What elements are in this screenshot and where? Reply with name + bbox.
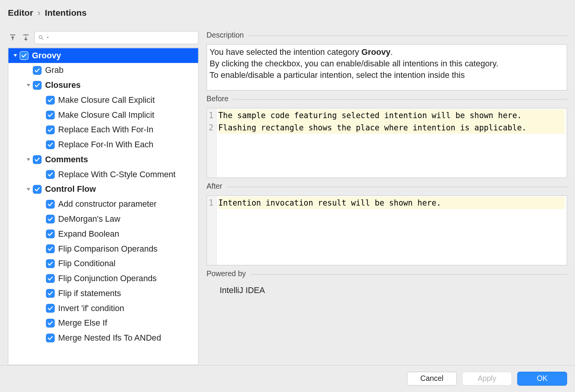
checkbox[interactable]: [46, 96, 55, 105]
tree-row[interactable]: Expand Boolean: [8, 227, 198, 242]
tree-row[interactable]: Merge Nested Ifs To ANDed: [8, 331, 198, 346]
ok-button[interactable]: OK: [517, 372, 567, 385]
tree-item-label: Make Closure Call Explicit: [58, 96, 155, 105]
tree-row[interactable]: Make Closure Call Explicit: [8, 93, 198, 108]
tree-item-label: Flip Conjunction Operands: [58, 274, 157, 283]
tree-item-label: Comments: [45, 155, 88, 165]
intentions-tree[interactable]: GroovyGrabClosuresMake Closure Call Expl…: [8, 48, 199, 365]
tree-row[interactable]: Add constructor parameter: [8, 197, 198, 212]
breadcrumb: Editor › Intentions: [0, 0, 575, 22]
checkbox[interactable]: [46, 215, 55, 224]
disclosure-icon[interactable]: [25, 83, 32, 87]
description-suffix: .: [390, 47, 393, 56]
svg-point-0: [39, 36, 42, 39]
checkbox[interactable]: [33, 66, 42, 75]
collapse-all-icon[interactable]: [21, 33, 31, 43]
tree-row[interactable]: DeMorgan's Law: [8, 212, 198, 227]
search-input[interactable]: [51, 34, 195, 41]
description-prefix: You have selected the intention category: [210, 47, 361, 56]
description-line3: To enable/disable a particular intention…: [210, 71, 465, 80]
chevron-down-icon[interactable]: [46, 36, 50, 39]
description-box: You have selected the intention category…: [207, 44, 567, 91]
checkbox[interactable]: [46, 244, 55, 253]
checkbox[interactable]: [33, 155, 42, 164]
tree-row[interactable]: Make Closure Call Implicit: [8, 107, 198, 122]
chevron-right-icon: ›: [38, 8, 41, 18]
description-title: Description: [207, 31, 244, 40]
checkbox[interactable]: [33, 81, 42, 90]
tree-item-label: Replace For-In With Each: [58, 140, 154, 150]
code-line: Flashing rectangle shows the place where…: [218, 122, 565, 134]
before-code: 12 The sample code featuring selected in…: [207, 108, 567, 178]
checkbox[interactable]: [20, 51, 28, 60]
checkbox[interactable]: [46, 125, 55, 134]
breadcrumb-current: Intentions: [45, 8, 87, 18]
checkbox[interactable]: [46, 334, 55, 343]
tree-row[interactable]: Replace For-In With Each: [8, 137, 198, 152]
tree-item-label: Flip Comparison Operands: [58, 244, 158, 254]
tree-row[interactable]: Flip Conditional: [8, 256, 198, 271]
disclosure-icon[interactable]: [12, 53, 19, 58]
checkbox[interactable]: [46, 200, 55, 209]
disclosure-icon[interactable]: [25, 187, 32, 191]
tree-row[interactable]: Merge Else If: [8, 316, 198, 331]
tree-item-label: Invert 'if' condition: [58, 303, 124, 313]
powered-by-title: Powered by: [207, 270, 246, 278]
cancel-button[interactable]: Cancel: [407, 372, 457, 385]
after-title: After: [207, 182, 222, 191]
before-title: Before: [207, 95, 228, 104]
code-line: The sample code featuring selected inten…: [218, 109, 565, 122]
tree-item-label: Control Flow: [45, 184, 96, 194]
breadcrumb-root[interactable]: Editor: [8, 8, 33, 18]
checkbox[interactable]: [46, 140, 55, 149]
tree-item-label: Merge Else If: [58, 318, 107, 328]
tree-item-label: Merge Nested Ifs To ANDed: [58, 333, 161, 343]
apply-button[interactable]: Apply: [462, 372, 512, 385]
expand-all-icon[interactable]: [8, 33, 18, 43]
tree-row[interactable]: Invert 'if' condition: [8, 301, 198, 316]
checkbox[interactable]: [46, 259, 55, 268]
tree-row[interactable]: Replace Each With For-In: [8, 122, 198, 137]
tree-row[interactable]: Control Flow: [8, 182, 198, 197]
tree-item-label: Flip if statements: [58, 288, 121, 298]
description-line2: By clicking the checkbox, you can enable…: [210, 59, 498, 68]
tree-item-label: Expand Boolean: [58, 229, 119, 239]
after-code: 1 Intention invocation result will be sh…: [207, 196, 567, 265]
checkbox[interactable]: [46, 319, 55, 328]
checkbox[interactable]: [46, 170, 55, 179]
tree-item-label: DeMorgan's Law: [58, 214, 121, 224]
tree-row[interactable]: Grab: [8, 63, 198, 78]
checkbox[interactable]: [46, 110, 55, 119]
tree-item-label: Grab: [45, 66, 63, 75]
search-input-container[interactable]: [34, 31, 199, 44]
tree-row[interactable]: Groovy: [8, 48, 198, 63]
checkbox[interactable]: [46, 304, 55, 313]
tree-row[interactable]: Comments: [8, 152, 198, 167]
powered-by-value: IntelliJ IDEA: [207, 283, 567, 295]
tree-item-label: Replace Each With For-In: [58, 125, 154, 135]
tree-item-label: Replace With C-Style Comment: [58, 170, 176, 179]
tree-item-label: Flip Conditional: [58, 259, 116, 268]
tree-item-label: Closures: [45, 81, 81, 90]
code-line: Intention invocation result will be show…: [218, 197, 565, 209]
tree-item-label: Add constructor parameter: [58, 199, 157, 209]
tree-row[interactable]: Closures: [8, 78, 198, 93]
tree-row[interactable]: Flip if statements: [8, 286, 198, 301]
tree-row[interactable]: Flip Comparison Operands: [8, 241, 198, 256]
description-category: Groovy: [361, 47, 390, 56]
checkbox[interactable]: [33, 185, 42, 194]
checkbox[interactable]: [46, 274, 55, 283]
disclosure-icon[interactable]: [25, 157, 32, 161]
checkbox[interactable]: [46, 289, 55, 298]
tree-item-label: Groovy: [32, 51, 61, 60]
tree-row[interactable]: Replace With C-Style Comment: [8, 167, 198, 182]
checkbox[interactable]: [46, 230, 55, 239]
tree-item-label: Make Closure Call Implicit: [58, 110, 154, 120]
search-icon: [38, 35, 44, 41]
tree-row[interactable]: Flip Conjunction Operands: [8, 271, 198, 286]
